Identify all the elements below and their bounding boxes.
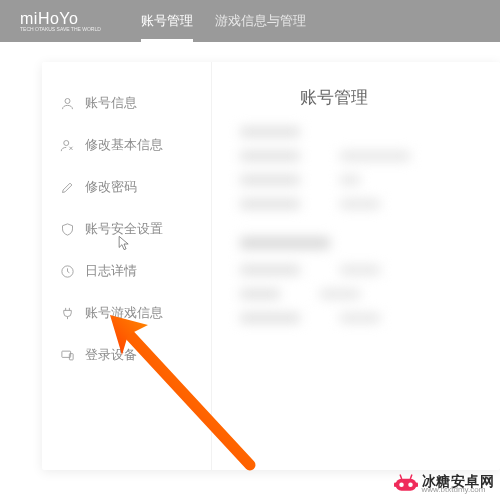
sidebar-item-account-info[interactable]: 账号信息 xyxy=(42,82,211,124)
watermark-text-stack: 冰糖安卓网 www.btxtdmy.com xyxy=(422,474,495,494)
nav: 账号管理 游戏信息与管理 xyxy=(141,0,306,42)
sidebar-item-label: 账号安全设置 xyxy=(85,220,163,238)
svg-rect-8 xyxy=(394,483,396,488)
sidebar-item-login-devices[interactable]: 登录设备 xyxy=(42,334,211,376)
watermark: 冰糖安卓网 www.btxtdmy.com xyxy=(394,474,495,494)
main-panel: 账号信息 修改基本信息 修改密码 账号安全设置 日志详情 xyxy=(42,62,500,470)
plug-icon xyxy=(60,306,75,321)
svg-point-0 xyxy=(65,98,70,103)
clock-icon xyxy=(60,264,75,279)
svg-rect-11 xyxy=(409,474,412,479)
shield-icon xyxy=(60,222,75,237)
svg-point-1 xyxy=(64,140,69,145)
nav-account[interactable]: 账号管理 xyxy=(141,0,193,42)
sidebar-item-security[interactable]: 账号安全设置 xyxy=(42,208,211,250)
svg-rect-5 xyxy=(395,479,416,491)
sidebar: 账号信息 修改基本信息 修改密码 账号安全设置 日志详情 xyxy=(42,62,212,470)
page-title: 账号管理 xyxy=(300,86,472,109)
pencil-icon xyxy=(60,180,75,195)
user-edit-icon xyxy=(60,138,75,153)
sidebar-item-label: 账号游戏信息 xyxy=(85,304,163,322)
watermark-url: www.btxtdmy.com xyxy=(422,486,495,494)
svg-rect-9 xyxy=(415,483,417,488)
content: 账号管理 xyxy=(212,62,500,470)
logo: miHoYo TECH OTAKUS SAVE THE WORLD xyxy=(20,10,101,32)
device-icon xyxy=(60,348,75,363)
svg-point-7 xyxy=(408,483,413,488)
logo-subtitle: TECH OTAKUS SAVE THE WORLD xyxy=(20,26,101,32)
svg-point-6 xyxy=(399,483,404,488)
nav-gameinfo[interactable]: 游戏信息与管理 xyxy=(215,0,306,42)
sidebar-item-label: 日志详情 xyxy=(85,262,137,280)
sidebar-item-label: 修改密码 xyxy=(85,178,137,196)
header: miHoYo TECH OTAKUS SAVE THE WORLD 账号管理 游… xyxy=(0,0,500,42)
watermark-icon xyxy=(394,474,418,494)
sidebar-item-label: 修改基本信息 xyxy=(85,136,163,154)
user-icon xyxy=(60,96,75,111)
sidebar-item-game-info[interactable]: 账号游戏信息 xyxy=(42,292,211,334)
sidebar-item-log-details[interactable]: 日志详情 xyxy=(42,250,211,292)
sidebar-item-edit-basic[interactable]: 修改基本信息 xyxy=(42,124,211,166)
sidebar-item-label: 登录设备 xyxy=(85,346,137,364)
sidebar-item-change-password[interactable]: 修改密码 xyxy=(42,166,211,208)
blurred-content xyxy=(240,127,472,323)
svg-rect-10 xyxy=(399,474,402,479)
svg-rect-4 xyxy=(69,353,73,359)
sidebar-item-label: 账号信息 xyxy=(85,94,137,112)
